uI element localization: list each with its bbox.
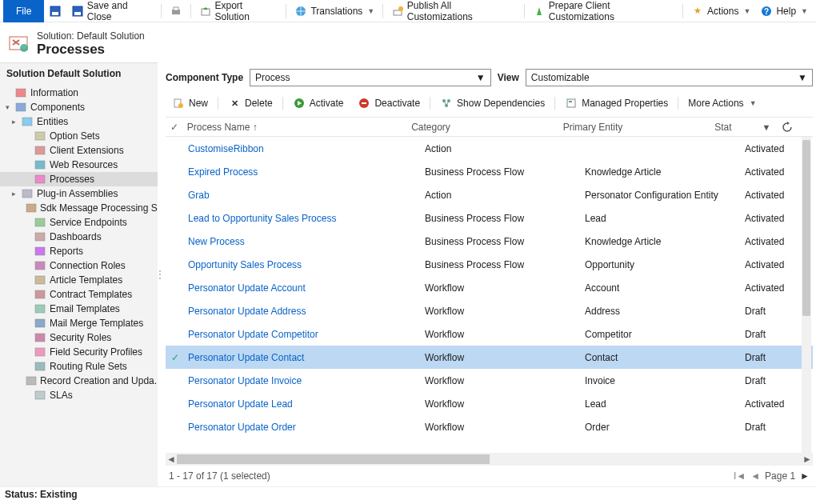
nav-item[interactable]: ▸Entities: [0, 114, 158, 129]
table-row[interactable]: Personator Update InvoiceWorkflowInvoice…: [166, 369, 813, 392]
row-checkbox[interactable]: ✓: [166, 352, 185, 363]
process-link[interactable]: Personator Update Invoice: [188, 375, 302, 386]
vertical-scrollbar[interactable]: [802, 137, 811, 453]
nav-item-label: Sdk Message Processing S...: [40, 202, 158, 214]
publish-button[interactable]: Publish All Customizations: [386, 0, 521, 22]
more-actions-button[interactable]: More Actions▼: [682, 94, 762, 112]
activate-button[interactable]: Activate: [286, 94, 350, 112]
cell-entity: Contact: [585, 352, 745, 363]
save-and-close-button[interactable]: Save and Close: [66, 0, 158, 22]
cell-status: Activated: [745, 398, 793, 410]
cell-status: Draft: [745, 306, 793, 317]
col-header-name[interactable]: Process Name ↑: [184, 122, 411, 133]
process-link[interactable]: Opportunity Sales Process: [188, 259, 302, 270]
svg-rect-29: [35, 305, 45, 313]
nav-item[interactable]: Web Resources: [0, 158, 158, 172]
table-row[interactable]: CustomiseRibbonActionActivated: [166, 137, 813, 160]
process-link[interactable]: New Process: [188, 236, 245, 247]
cell-category: Business Process Flow: [425, 259, 585, 270]
horizontal-scrollbar[interactable]: ◄ ►: [166, 453, 813, 466]
nav-item[interactable]: Option Sets: [0, 129, 158, 143]
view-select[interactable]: Customizable▼: [526, 69, 813, 86]
managed-properties-button[interactable]: Managed Properties: [558, 94, 674, 112]
nav-item[interactable]: Reports: [0, 244, 158, 258]
table-row[interactable]: Personator Update OrderWorkflowOrderDraf…: [166, 415, 813, 438]
translations-button[interactable]: Translations▼: [290, 0, 379, 22]
nav-item[interactable]: ▾Components: [0, 100, 158, 114]
nav-item[interactable]: Routing Rule Sets: [0, 359, 158, 374]
nav-item[interactable]: Processes: [0, 172, 158, 186]
nav-item[interactable]: Dashboards: [0, 230, 158, 244]
next-page-button[interactable]: ►: [800, 470, 810, 482]
col-header-category[interactable]: Category: [411, 122, 562, 133]
page-label: Page 1: [765, 470, 795, 482]
nav-item[interactable]: Information: [0, 86, 158, 100]
col-header-status[interactable]: Stat: [714, 122, 760, 133]
view-label: View: [498, 72, 519, 83]
nav-item[interactable]: Connection Roles: [0, 258, 158, 273]
nav-item[interactable]: Article Templates: [0, 273, 158, 287]
cell-status: Activated: [745, 143, 793, 154]
show-dependencies-button[interactable]: Show Dependencies: [434, 94, 551, 112]
scroll-right-icon[interactable]: ►: [802, 454, 813, 465]
process-link[interactable]: Expired Process: [188, 166, 258, 178]
filter-icon[interactable]: ▼: [760, 121, 773, 134]
process-link[interactable]: Grab: [188, 190, 210, 201]
deactivate-button[interactable]: Deactivate: [351, 94, 426, 112]
export-solution-button[interactable]: Export Solution: [194, 0, 282, 22]
first-page-button[interactable]: I◄: [734, 470, 746, 482]
delete-button[interactable]: ✕Delete: [222, 94, 279, 112]
svg-text:?: ?: [764, 7, 769, 16]
save-icon-button[interactable]: [44, 0, 66, 22]
process-link[interactable]: Personator Update Address: [188, 306, 306, 317]
table-row[interactable]: Expired ProcessBusiness Process FlowKnow…: [166, 160, 813, 183]
scroll-left-icon[interactable]: ◄: [166, 454, 177, 465]
table-row[interactable]: Personator Update LeadWorkflowLeadActiva…: [166, 392, 813, 415]
nav-item-icon: [34, 389, 46, 402]
table-row[interactable]: Personator Update AddressWorkflowAddress…: [166, 299, 813, 322]
print-button[interactable]: [165, 0, 187, 22]
process-link[interactable]: Personator Update Order: [188, 422, 296, 433]
select-all-checkbox[interactable]: ✓: [166, 122, 184, 133]
component-type-select[interactable]: Process▼: [250, 69, 491, 86]
actions-menu[interactable]: ★Actions▼: [686, 0, 755, 22]
process-link[interactable]: Personator Update Contact: [188, 352, 304, 363]
nav-item[interactable]: ▸Plug-in Assemblies: [0, 186, 158, 201]
col-header-entity[interactable]: Primary Entity: [563, 122, 714, 133]
nav-item[interactable]: Field Security Profiles: [0, 345, 158, 359]
cell-category: Business Process Flow: [425, 236, 585, 247]
table-row[interactable]: Opportunity Sales ProcessBusiness Proces…: [166, 253, 813, 276]
table-row[interactable]: ✓Personator Update ContactWorkflowContac…: [166, 346, 813, 369]
nav-item[interactable]: Mail Merge Templates: [0, 316, 158, 330]
refresh-icon[interactable]: [781, 121, 794, 134]
process-link[interactable]: Personator Update Lead: [188, 398, 293, 410]
prev-page-button[interactable]: ◄: [750, 470, 760, 482]
process-link[interactable]: Personator Update Account: [188, 282, 306, 294]
process-grid: ✓ Process Name ↑ Category Primary Entity…: [166, 117, 813, 486]
prepare-client-button[interactable]: Prepare Client Customizations: [528, 0, 679, 22]
nav-item-icon: [34, 216, 46, 229]
process-link[interactable]: CustomiseRibbon: [188, 143, 264, 154]
nav-item[interactable]: Service Endpoints: [0, 215, 158, 230]
table-row[interactable]: Personator Update AccountWorkflowAccount…: [166, 276, 813, 299]
nav-item[interactable]: Sdk Message Processing S...: [0, 201, 158, 215]
process-link[interactable]: Personator Update Competitor: [188, 329, 318, 340]
nav-item[interactable]: Security Roles: [0, 330, 158, 345]
help-menu[interactable]: ?Help▼: [755, 0, 813, 22]
nav-item[interactable]: Contract Templates: [0, 287, 158, 302]
table-row[interactable]: New ProcessBusiness Process FlowKnowledg…: [166, 230, 813, 253]
nav-item[interactable]: SLAs: [0, 388, 158, 402]
process-link[interactable]: Lead to Opportunity Sales Process: [188, 213, 336, 224]
nav-item[interactable]: Record Creation and Upda...: [0, 374, 158, 388]
nav-item-label: Client Extensions: [50, 145, 124, 156]
table-row[interactable]: Personator Update CompetitorWorkflowComp…: [166, 322, 813, 346]
table-row[interactable]: Lead to Opportunity Sales ProcessBusines…: [166, 206, 813, 230]
table-row[interactable]: GrabActionPersonator Configuration Entit…: [166, 183, 813, 206]
chevron-down-icon: ▼: [367, 7, 374, 15]
file-menu[interactable]: File: [3, 0, 44, 22]
nav-item[interactable]: Client Extensions: [0, 143, 158, 158]
new-button[interactable]: New: [166, 94, 214, 112]
cell-entity: Account: [585, 282, 745, 294]
cell-category: Action: [425, 190, 585, 201]
nav-item[interactable]: Email Templates: [0, 302, 158, 316]
